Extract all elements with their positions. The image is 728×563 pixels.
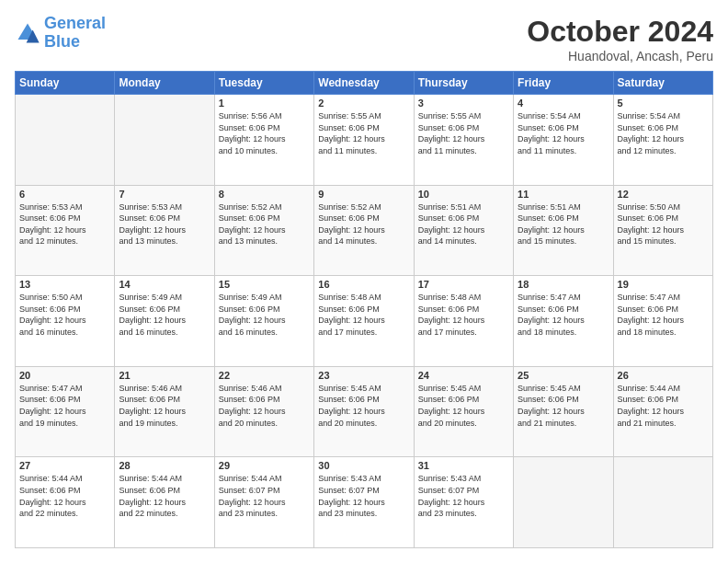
day-number: 6 (19, 189, 110, 200)
logo-line1: General (44, 14, 106, 32)
day-number: 4 (518, 98, 609, 109)
calendar-cell: 19Sunrise: 5:47 AM Sunset: 6:06 PM Dayli… (613, 276, 712, 367)
calendar-cell: 7Sunrise: 5:53 AM Sunset: 6:06 PM Daylig… (115, 185, 214, 276)
day-number: 12 (618, 189, 709, 200)
calendar-cell: 27Sunrise: 5:44 AM Sunset: 6:06 PM Dayli… (16, 457, 115, 548)
day-number: 1 (219, 98, 310, 109)
day-number: 27 (19, 460, 110, 471)
calendar-header-row: Sunday Monday Tuesday Wednesday Thursday… (16, 72, 713, 95)
day-info: Sunrise: 5:44 AM Sunset: 6:07 PM Dayligh… (219, 473, 310, 519)
logo-text: General Blue (44, 15, 106, 52)
day-info: Sunrise: 5:52 AM Sunset: 6:06 PM Dayligh… (318, 201, 409, 247)
day-info: Sunrise: 5:56 AM Sunset: 6:06 PM Dayligh… (219, 110, 310, 156)
day-info: Sunrise: 5:53 AM Sunset: 6:06 PM Dayligh… (119, 201, 210, 247)
day-number: 7 (119, 189, 210, 200)
calendar-week-2: 13Sunrise: 5:50 AM Sunset: 6:06 PM Dayli… (16, 276, 713, 367)
month-title: October 2024 (527, 15, 713, 49)
day-info: Sunrise: 5:45 AM Sunset: 6:06 PM Dayligh… (318, 383, 409, 429)
col-monday: Monday (115, 72, 214, 95)
day-number: 2 (318, 98, 409, 109)
day-number: 24 (418, 370, 509, 381)
page: General Blue October 2024 Huandoval, Anc… (0, 0, 728, 563)
day-number: 26 (618, 370, 709, 381)
calendar-week-4: 27Sunrise: 5:44 AM Sunset: 6:06 PM Dayli… (16, 457, 713, 548)
day-number: 20 (19, 370, 110, 381)
calendar-cell: 26Sunrise: 5:44 AM Sunset: 6:06 PM Dayli… (613, 366, 712, 457)
logo: General Blue (15, 15, 106, 52)
col-saturday: Saturday (613, 72, 712, 95)
calendar-cell: 28Sunrise: 5:44 AM Sunset: 6:06 PM Dayli… (115, 457, 214, 548)
calendar-cell: 29Sunrise: 5:44 AM Sunset: 6:07 PM Dayli… (214, 457, 313, 548)
calendar-cell: 31Sunrise: 5:43 AM Sunset: 6:07 PM Dayli… (414, 457, 513, 548)
day-number: 31 (418, 460, 509, 471)
day-number: 14 (119, 279, 210, 290)
day-number: 21 (119, 370, 210, 381)
day-number: 8 (219, 189, 310, 200)
day-number: 5 (618, 98, 709, 109)
day-info: Sunrise: 5:45 AM Sunset: 6:06 PM Dayligh… (518, 383, 609, 429)
calendar-cell: 22Sunrise: 5:46 AM Sunset: 6:06 PM Dayli… (214, 366, 313, 457)
calendar-cell (16, 95, 115, 186)
day-info: Sunrise: 5:44 AM Sunset: 6:06 PM Dayligh… (618, 383, 709, 429)
logo-line2: Blue (44, 32, 80, 51)
calendar-cell: 10Sunrise: 5:51 AM Sunset: 6:06 PM Dayli… (414, 185, 513, 276)
calendar-week-1: 6Sunrise: 5:53 AM Sunset: 6:06 PM Daylig… (16, 185, 713, 276)
calendar-cell (514, 457, 613, 548)
day-number: 9 (318, 189, 409, 200)
day-info: Sunrise: 5:49 AM Sunset: 6:06 PM Dayligh… (119, 292, 210, 338)
day-number: 19 (618, 279, 709, 290)
calendar-cell: 21Sunrise: 5:46 AM Sunset: 6:06 PM Dayli… (115, 366, 214, 457)
day-number: 28 (119, 460, 210, 471)
day-info: Sunrise: 5:46 AM Sunset: 6:06 PM Dayligh… (219, 383, 310, 429)
col-friday: Friday (514, 72, 613, 95)
calendar-cell: 13Sunrise: 5:50 AM Sunset: 6:06 PM Dayli… (16, 276, 115, 367)
logo-icon (15, 20, 40, 46)
title-block: October 2024 Huandoval, Ancash, Peru (527, 15, 713, 63)
calendar-cell: 15Sunrise: 5:49 AM Sunset: 6:06 PM Dayli… (214, 276, 313, 367)
calendar-cell: 25Sunrise: 5:45 AM Sunset: 6:06 PM Dayli… (514, 366, 613, 457)
day-info: Sunrise: 5:45 AM Sunset: 6:06 PM Dayligh… (418, 383, 509, 429)
day-number: 17 (418, 279, 509, 290)
col-sunday: Sunday (16, 72, 115, 95)
col-tuesday: Tuesday (214, 72, 313, 95)
calendar-cell: 6Sunrise: 5:53 AM Sunset: 6:06 PM Daylig… (16, 185, 115, 276)
calendar-cell: 1Sunrise: 5:56 AM Sunset: 6:06 PM Daylig… (214, 95, 313, 186)
calendar-cell: 14Sunrise: 5:49 AM Sunset: 6:06 PM Dayli… (115, 276, 214, 367)
calendar-cell: 5Sunrise: 5:54 AM Sunset: 6:06 PM Daylig… (613, 95, 712, 186)
calendar-cell (613, 457, 712, 548)
day-number: 13 (19, 279, 110, 290)
calendar-cell: 24Sunrise: 5:45 AM Sunset: 6:06 PM Dayli… (414, 366, 513, 457)
calendar-table: Sunday Monday Tuesday Wednesday Thursday… (15, 71, 713, 548)
day-info: Sunrise: 5:55 AM Sunset: 6:06 PM Dayligh… (418, 110, 509, 156)
day-info: Sunrise: 5:44 AM Sunset: 6:06 PM Dayligh… (19, 473, 110, 519)
day-info: Sunrise: 5:50 AM Sunset: 6:06 PM Dayligh… (618, 201, 709, 247)
day-info: Sunrise: 5:43 AM Sunset: 6:07 PM Dayligh… (418, 473, 509, 519)
day-info: Sunrise: 5:51 AM Sunset: 6:06 PM Dayligh… (518, 201, 609, 247)
day-number: 11 (518, 189, 609, 200)
day-info: Sunrise: 5:54 AM Sunset: 6:06 PM Dayligh… (518, 110, 609, 156)
day-info: Sunrise: 5:55 AM Sunset: 6:06 PM Dayligh… (318, 110, 409, 156)
calendar-cell: 2Sunrise: 5:55 AM Sunset: 6:06 PM Daylig… (314, 95, 414, 186)
calendar-cell: 30Sunrise: 5:43 AM Sunset: 6:07 PM Dayli… (314, 457, 414, 548)
calendar-cell: 12Sunrise: 5:50 AM Sunset: 6:06 PM Dayli… (613, 185, 712, 276)
day-info: Sunrise: 5:47 AM Sunset: 6:06 PM Dayligh… (518, 292, 609, 338)
calendar-week-0: 1Sunrise: 5:56 AM Sunset: 6:06 PM Daylig… (16, 95, 713, 186)
day-number: 30 (318, 460, 409, 471)
day-number: 25 (518, 370, 609, 381)
col-wednesday: Wednesday (314, 72, 414, 95)
header: General Blue October 2024 Huandoval, Anc… (15, 15, 713, 63)
calendar-cell: 8Sunrise: 5:52 AM Sunset: 6:06 PM Daylig… (214, 185, 313, 276)
calendar-cell: 3Sunrise: 5:55 AM Sunset: 6:06 PM Daylig… (414, 95, 513, 186)
day-info: Sunrise: 5:53 AM Sunset: 6:06 PM Dayligh… (19, 201, 110, 247)
day-info: Sunrise: 5:52 AM Sunset: 6:06 PM Dayligh… (219, 201, 310, 247)
calendar-cell: 11Sunrise: 5:51 AM Sunset: 6:06 PM Dayli… (514, 185, 613, 276)
day-number: 22 (219, 370, 310, 381)
day-info: Sunrise: 5:48 AM Sunset: 6:06 PM Dayligh… (318, 292, 409, 338)
day-number: 10 (418, 189, 509, 200)
day-info: Sunrise: 5:49 AM Sunset: 6:06 PM Dayligh… (219, 292, 310, 338)
calendar-cell: 16Sunrise: 5:48 AM Sunset: 6:06 PM Dayli… (314, 276, 414, 367)
day-number: 15 (219, 279, 310, 290)
calendar-cell: 4Sunrise: 5:54 AM Sunset: 6:06 PM Daylig… (514, 95, 613, 186)
day-info: Sunrise: 5:47 AM Sunset: 6:06 PM Dayligh… (19, 383, 110, 429)
day-info: Sunrise: 5:48 AM Sunset: 6:06 PM Dayligh… (418, 292, 509, 338)
